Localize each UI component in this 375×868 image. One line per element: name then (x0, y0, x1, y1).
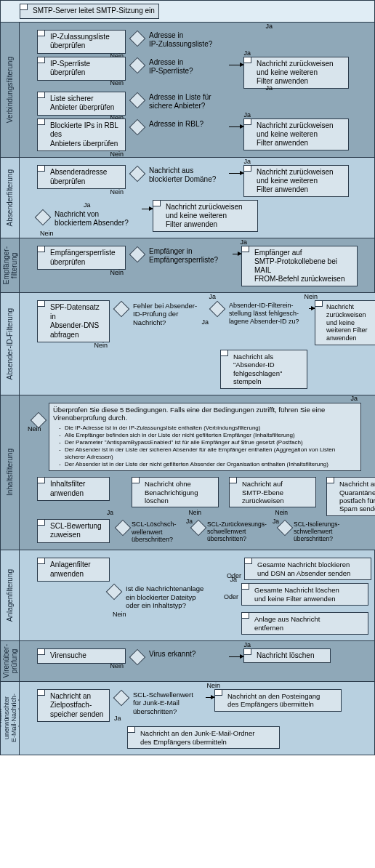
decision-icon (129, 30, 146, 47)
dec-senderid-fail: JaFehler bei Absender- ID-Prüfung der Na… (133, 300, 206, 326)
section-label: Inhaltsfilterung (6, 446, 14, 499)
res-smtp-reject: Nachricht auf SMTP-Ebene zurückweisen (229, 477, 316, 507)
proc-sender-addr: Absenderadresse überprüfenNein (37, 165, 126, 189)
res-delete-all: Gesamte Nachricht löschen und keine Filt… (241, 583, 368, 606)
start-node: SMTP-Server leitet SMTP-Sitzung ein (20, 4, 159, 19)
section-label: Virenüber- prüfung (2, 641, 18, 681)
dec-recipient-block: JaEmpfänger in Empfängersperrliste? (149, 246, 233, 265)
res-block-dsn: Gesamte Nachricht blockieren und DSN an … (244, 558, 371, 580)
decision-icon (190, 520, 207, 537)
dec-scl-junk: NeinSCL-Schwellenwert für Junk-E-Mail üb… (133, 689, 206, 715)
dec-scl-isolate: SCL-Isolierungs- schwellenwert überschri… (294, 519, 355, 543)
decision-icon (115, 520, 132, 537)
proc-scl: SCL-Bewertung zuweisen (37, 519, 110, 543)
proc-attachment-filter: Anlagenfilter anwenden (37, 558, 110, 582)
decision-icon (129, 92, 146, 108)
res-reject-2: Nachricht zurückweisen und keine weitere… (243, 118, 349, 150)
proc-recipient-block: Empfängersperrliste überprüfenNein (37, 246, 126, 270)
proc-rbl: Blockierte IPs in RBL des Anbieters über… (37, 118, 126, 152)
section-label: Anlagenfilterung (6, 566, 14, 624)
dec-scl-reject: SCL-Zurückwesungs- schwellenwert übersch… (207, 519, 276, 543)
section-connection-filtering: Verbindungsfilterung IP-Zulassungsliste … (1, 22, 374, 158)
res-reject-3: Nachricht zurückweisen und keine weitere… (243, 165, 349, 197)
dec-attachment-type: JaIst die Nachrichtenanlage ein blockier… (126, 583, 224, 609)
dec-senderid-allow: NeinAbsender-ID-Filterein- stellung läss… (229, 300, 309, 325)
dec-ip-block: JaAdresse in IP-Sperrliste? (149, 57, 229, 76)
res-quarantine: Nachricht an Quarantäne- postfach für Sp… (326, 477, 375, 516)
proc-virus-scan: VirensucheNein (37, 648, 126, 664)
res-recipient-reject: Empfänger auf SMTP-Protokollebene bei MA… (241, 246, 358, 286)
decision-icon (129, 649, 146, 666)
dec-safe-providers: JaAdresse in Liste für sichere Anbieter? (149, 92, 229, 110)
dec-virus: JaVirus erkannt? (149, 648, 229, 659)
res-delete-msg: Nachricht löschen (243, 648, 331, 663)
dec-ip-allow: JaAdresse in IP-Zulassungsliste? (149, 30, 229, 49)
section-senderid-filtering: Absender-ID-Filterung SPF-Datensatz in A… (1, 292, 374, 395)
decision-icon (209, 301, 226, 318)
section-sender-filtering: Absenderfilterung Absenderadresse überpr… (1, 157, 374, 238)
section-label: Absenderfilterung (6, 166, 14, 229)
top-section: SMTP-Server leitet SMTP-Sitzung ein (1, 1, 374, 22)
section-outlook-junk: Filtern unerwünschter E-Mail-Nachrich- t… (1, 681, 374, 755)
decision-icon (35, 209, 52, 226)
dec-rbl: JaAdresse in RBL? (149, 118, 229, 129)
res-reject-1: Nachricht zurückweisen und keine weitere… (243, 57, 349, 89)
dec-scl-delete: SCL-Löschsch- wellenwert überschritten?N… (132, 519, 190, 544)
proc-ip-block: IP-Sperrliste überprüfenNein (37, 57, 126, 81)
section-attachment-filtering: Anlagenfilterung Anlagenfilter anwenden … (1, 550, 374, 640)
section-recipient-filtering: Empfänger- filterung Empfängersperrliste… (1, 238, 374, 292)
section-label: Verbindungsfilterung (6, 54, 14, 126)
proc-ip-allow: IP-Zulassungsliste überprüfenNein (37, 30, 126, 54)
res-delete-silent: Nachricht ohne Benachrichtigung löschen (132, 477, 219, 507)
cond-box: Ja Überprüfen Sie diese 5 Bedingungen. F… (49, 403, 361, 472)
decision-icon (129, 246, 146, 263)
section-label: Absender-ID-Filterung (6, 305, 14, 382)
decision-icon (129, 166, 146, 182)
res-reject-4: Nachricht zurückweisen und keine weitere… (153, 200, 258, 232)
decision-icon (113, 689, 130, 706)
decision-icon (106, 584, 123, 600)
proc-safe-providers: Liste sicherer Anbieter überprüfenNein (37, 92, 126, 116)
flowchart: SMTP-Server leitet SMTP-Sitzung ein Verb… (0, 0, 375, 755)
section-content-filtering: Inhaltsfilterung Ja Überprüfen Sie diese… (1, 395, 374, 550)
proc-content-filter: Inhaltsfilter anwenden (37, 477, 110, 501)
dec-blocked-domain: JaNachricht aus blockierter Domäne? (149, 165, 229, 184)
section-label: Empfänger- filterung (2, 244, 18, 287)
proc-deliver-store: Nachricht an Zielpostfach- speicher send… (37, 689, 110, 723)
decision-icon (113, 301, 130, 318)
res-inbox: Nachricht an den Posteingang des Empfäng… (214, 689, 342, 712)
dec-blocked-sender: JaNachricht von blockiertem Absender?Nei… (55, 209, 142, 228)
res-reject-5: Nachricht zurückweisen und keine weitere… (315, 300, 375, 345)
section-virus-scan: Virenüber- prüfung VirensucheNein JaViru… (1, 640, 374, 681)
res-junk-folder: Nachricht an den Junk-E-Mail-Ordner des … (127, 726, 280, 749)
decision-icon (277, 520, 294, 537)
decision-icon (129, 118, 146, 135)
proc-spf: SPF-Datensatz in Absender-DNS abfragenNe… (37, 300, 110, 342)
res-stamp-fail: Nachricht als "Absender-ID fehlgeschlage… (220, 350, 307, 389)
res-strip-attachment: Anlage aus Nachricht entfernen (241, 612, 368, 635)
decision-icon (129, 57, 146, 73)
